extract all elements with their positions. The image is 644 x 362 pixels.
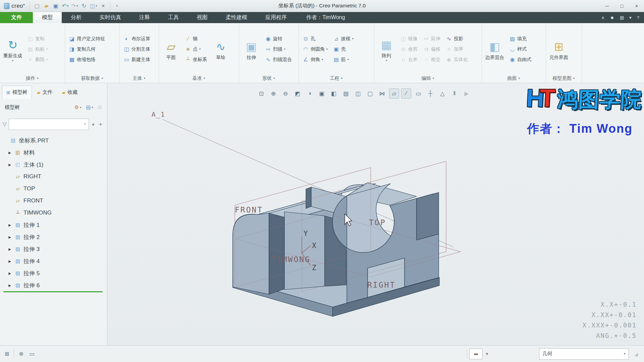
tree-item-extrude-3[interactable]: ▶▨拉伸 3 — [0, 243, 107, 255]
panel-tab-model-tree[interactable]: ⊞模型树 — [2, 85, 32, 99]
delete-button[interactable]: ×删除▾ — [25, 55, 49, 64]
maximize-button[interactable]: □ — [614, 0, 629, 12]
pause-button[interactable]: ‖ — [449, 88, 460, 99]
group-label-获取数据[interactable]: 获取数据▼ — [65, 74, 119, 83]
boolean-button[interactable]: ◐布尔运算 — [122, 34, 152, 44]
more-dropdown-icon[interactable]: ▾ — [629, 15, 632, 20]
open-file-button[interactable]: ▰ — [42, 2, 51, 10]
group-label-操作[interactable]: 操作▼ — [0, 74, 65, 83]
paste-button[interactable]: ▤粘贴▾ — [25, 44, 49, 54]
filter-add-button[interactable]: + — [98, 120, 104, 128]
group-label-主体[interactable]: 主体▼ — [120, 74, 159, 83]
expand-arrow-icon[interactable]: ▶ — [7, 259, 12, 263]
filter-clear-icon[interactable]: × — [84, 121, 87, 126]
save-button[interactable]: ▣ — [51, 2, 60, 10]
help-icon[interactable]: ? — [637, 15, 639, 20]
tab-author[interactable]: 作者：TimWong — [297, 12, 354, 23]
tree-item-extrude-5[interactable]: ▶▨拉伸 5 — [0, 267, 107, 279]
thicken-button[interactable]: ≡加厚 — [444, 44, 470, 54]
realism-button[interactable]: ▢ — [365, 88, 375, 99]
copy-button[interactable]: ◫复制 — [25, 34, 49, 44]
right-plane-label[interactable]: RIGHT — [367, 281, 395, 289]
display-style-button[interactable]: ▣ — [317, 88, 327, 99]
tab-视图[interactable]: 视图 — [188, 12, 217, 23]
shading-quality-button[interactable]: ◑ — [305, 88, 315, 99]
datum-plane-button[interactable]: ▱平面 — [161, 38, 181, 61]
find-dropdown-button[interactable]: ▾ — [485, 351, 490, 357]
find-button[interactable]: ●● — [469, 349, 483, 359]
pattern-button[interactable]: ▦阵列▾ — [376, 36, 396, 62]
group-label-曲面[interactable]: 曲面▼ — [482, 74, 546, 83]
tree-item-csys[interactable]: ▶┴TIMWONG — [0, 207, 107, 219]
filter-dropdown-button[interactable]: ▾ — [91, 121, 96, 128]
tab-应用程序[interactable]: 应用程序 — [256, 12, 296, 23]
plane-display-toggle[interactable]: ▱ — [389, 88, 399, 99]
freestyle-button[interactable]: ◉自由式 — [507, 55, 533, 64]
extend-button[interactable]: ↦延伸 — [421, 34, 442, 44]
window-switch-button[interactable]: ◫▾ — [89, 2, 98, 10]
view-manager-button[interactable]: ▤ — [341, 88, 351, 99]
datum-point-button[interactable]: ∗点▾ — [183, 44, 209, 54]
expand-arrow-icon[interactable]: ▶ — [7, 247, 12, 251]
tab-file[interactable]: 文件 — [0, 12, 33, 23]
hole-button[interactable]: ⊙孔 — [301, 34, 329, 44]
refit-button[interactable]: ◩ — [292, 88, 303, 99]
close-window-button[interactable]: × — [99, 2, 108, 10]
udf-button[interactable]: ◪用户定义特征 — [67, 34, 107, 44]
zoom-out-button[interactable]: ⊖ — [280, 88, 290, 99]
tag-display-button[interactable]: ▭ — [413, 88, 423, 99]
tab-模型[interactable]: 模型 — [33, 12, 62, 23]
group-label-形状[interactable]: 形状▼ — [239, 74, 299, 83]
tree-item-extrude-2[interactable]: ▶▨拉伸 2 — [0, 231, 107, 243]
zoom-selected-button[interactable]: ⊡ — [256, 88, 266, 99]
user-account-icon[interactable]: ☻ — [610, 15, 614, 20]
tree-insert-locator[interactable] — [3, 291, 103, 292]
select-box-icon[interactable]: ▭ — [28, 349, 36, 358]
tab-柔性建模[interactable]: 柔性建模 — [217, 12, 256, 23]
tab-实时仿真[interactable]: 实时仿真 — [91, 12, 130, 23]
expand-arrow-icon[interactable]: ▶ — [7, 151, 12, 155]
model-tree-toggle[interactable]: ⊞ — [3, 349, 10, 358]
tree-item-extrude-6[interactable]: ▶▨拉伸 6 — [0, 279, 107, 291]
regenerate-button[interactable]: ↻ — [79, 2, 88, 10]
boundary-blend-button[interactable]: ◧边界混合 — [484, 38, 505, 61]
selection-filter-combobox[interactable]: 几何 ▼ — [539, 348, 629, 360]
saved-orientations-button[interactable]: ◧ — [329, 88, 339, 99]
solidify-button[interactable]: ◆实体化 — [444, 55, 470, 64]
tab-注释[interactable]: 注释 — [130, 12, 159, 23]
expand-arrow-icon[interactable]: ▶ — [7, 284, 12, 287]
sketch-button[interactable]: ∿草绘 — [211, 38, 231, 61]
draft-button[interactable]: ⊿拔模▾ — [331, 34, 355, 44]
group-label-基准[interactable]: 基准▼ — [159, 74, 239, 83]
fill-button[interactable]: ▨填充 — [507, 34, 533, 44]
section-button[interactable]: ◫ — [353, 88, 363, 99]
expand-arrow-icon[interactable]: ▶ — [7, 235, 12, 239]
tree-display-button[interactable]: ▤▾ — [84, 103, 95, 112]
intersect-button[interactable]: ∩相交 — [421, 55, 442, 64]
component-interface-button[interactable]: ⊞元件界面 — [548, 38, 570, 61]
tree-item-material[interactable]: ▶▥材料 — [0, 146, 107, 159]
front-plane-label[interactable]: FRONT — [235, 205, 263, 214]
redo-button[interactable]: ↷▾ — [70, 2, 79, 10]
swept-blend-button[interactable]: ∿扫描混合 — [263, 55, 293, 64]
tree-filter-input[interactable] — [9, 119, 89, 130]
browser-toggle[interactable]: ⊛ — [17, 349, 24, 358]
group-label-模型意图[interactable]: 模型意图▼ — [546, 74, 582, 83]
sweep-button[interactable]: ∾扫描▾ — [263, 44, 293, 54]
datum-display-button[interactable]: ⋈ — [377, 88, 387, 99]
csys-display-button[interactable]: ┼ — [425, 88, 435, 99]
panel-tab-favorites[interactable]: ▰收藏 — [58, 85, 82, 99]
tree-settings-button[interactable]: ⚙▾ — [73, 103, 83, 112]
close-button[interactable]: × — [629, 0, 644, 12]
tree-item-extrude-1[interactable]: ▶▨拉伸 1 — [0, 219, 107, 231]
new-file-button[interactable]: ▢ — [33, 2, 41, 10]
extrude-button[interactable]: ▣拉伸 — [241, 38, 261, 61]
chamfer-button[interactable]: ∠倒角▾ — [301, 55, 329, 64]
csys-name-label[interactable]: TIMWONG — [271, 255, 311, 264]
minimize-button[interactable]: ─ — [600, 0, 614, 12]
split-body-button[interactable]: ◫分割主体 — [122, 44, 152, 54]
mirror-button[interactable]: ◫镜像 — [398, 34, 419, 44]
resources-icon[interactable]: ▤ — [620, 15, 624, 20]
datum-csys-button[interactable]: ┴坐标系 — [183, 55, 209, 64]
tree-item-extrude-4[interactable]: ▶▨拉伸 4 — [0, 255, 107, 267]
